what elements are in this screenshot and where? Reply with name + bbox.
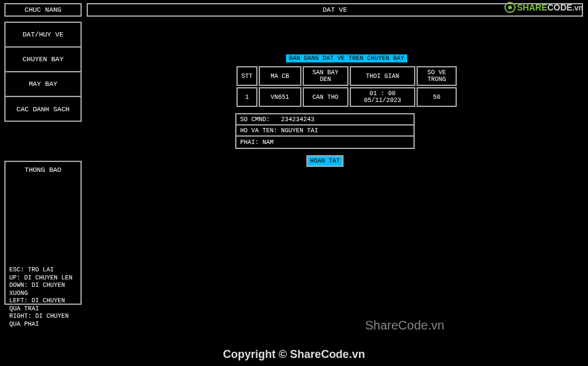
th-sanbay: SAN BAY DEN [303,66,348,86]
copyright-text: Copyright © ShareCode.vn [0,348,588,361]
menu-item-maybay[interactable]: MAY BAY [6,72,80,97]
table-row[interactable]: 1 VN651 CAN THO 01 : 00 05/11/2023 50 [236,87,457,107]
info-phai: PHAI: NAM [236,137,413,148]
help-text: ESC: TRO LAI UP: DI CHUYEN LEN DOWN: DI … [9,266,77,328]
hoten-value: NGUYEN TAI [281,127,318,134]
help-right: RIGHT: DI CHUYEN QUA PHAI [9,313,77,328]
menu-label: CHUYEN BAY [22,56,63,63]
help-up: UP: DI CHUYEN LEN [9,274,77,283]
help-down: DOWN: DI CHUYEN XUONG [9,282,77,297]
sidebar-menu: DAT/HUY VE CHUYEN BAY MAY BAY CAC DANH S… [4,22,82,122]
main-content: BAN DANG DAT VE TREN CHUYEN BAY STT MA C… [235,54,458,167]
info-cmnd: SO CMND: 234234243 [236,114,413,126]
th-stt: STT [236,66,257,86]
menu-label: CAC DANH SACH [17,106,70,113]
logo-icon [504,2,516,13]
menu-item-chuyenbay[interactable]: CHUYEN BAY [6,48,80,72]
cmnd-label: SO CMND: [240,116,270,123]
thong-bao-title: THONG BAO [9,166,77,174]
watermark-text: ShareCode.vn [365,318,444,333]
header-right-label: DAT VE [322,6,347,14]
td-sanbay: CAN THO [303,87,348,107]
thong-bao-panel: THONG BAO ESC: TRO LAI UP: DI CHUYEN LEN… [4,161,82,305]
logo-share: SHARE [517,2,547,12]
td-thoigian: 01 : 00 05/11/2023 [350,87,416,107]
td-stt: 1 [236,87,257,107]
info-hoten: HO VA TEN: NGUYEN TAI [236,126,413,137]
header-chucnang: CHUC NANG [4,3,82,17]
menu-label: DAT/HUY VE [22,31,63,38]
phai-value: NAM [262,139,274,146]
help-esc: ESC: TRO LAI [9,266,77,274]
logo-code: CODE [547,2,572,12]
passenger-info: SO CMND: 234234243 HO VA TEN: NGUYEN TAI… [235,113,415,149]
help-left: LEFT: DI CHUYEN QUA TRAI [9,297,77,313]
th-sove: SO VE TRONG [417,66,457,86]
menu-item-dathuyve[interactable]: DAT/HUY VE [6,23,80,48]
cmnd-value: 234234243 [281,116,314,123]
menu-label: MAY BAY [28,80,57,88]
logo-vn: .vn [573,4,583,12]
th-macb: MA CB [259,66,301,86]
header-left-label: CHUC NANG [25,6,61,14]
menu-item-cacdanhsach[interactable]: CAC DANH SACH [6,97,80,122]
td-macb: VN651 [259,87,301,107]
content-title: BAN DANG DAT VE TREN CHUYEN BAY [286,54,407,62]
th-thoigian: THOI GIAN [350,66,416,86]
td-sove: 50 [417,87,457,107]
sharecode-logo: SHARECODE.vn [504,2,583,13]
phai-label: PHAI: [240,139,259,146]
hoten-label: HO VA TEN: [240,127,277,134]
flight-table: STT MA CB SAN BAY DEN THOI GIAN SO VE TR… [235,65,458,108]
hoantat-button[interactable]: HOAN TAT [306,155,344,167]
